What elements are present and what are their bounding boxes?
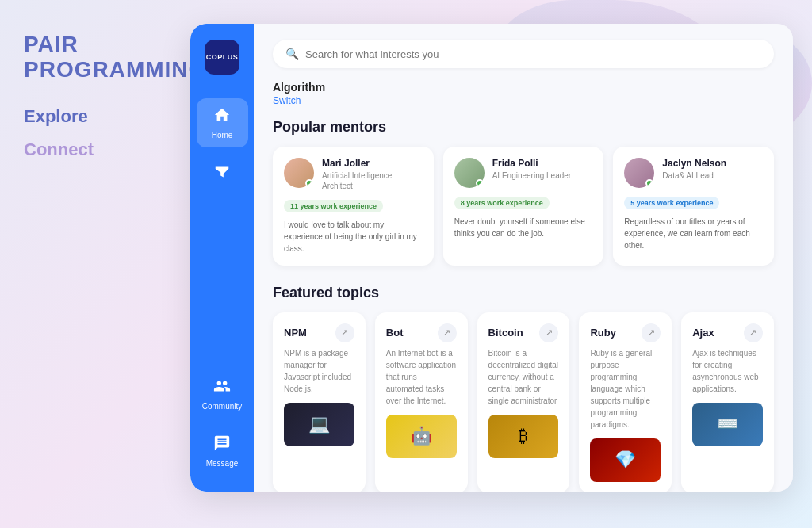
online-indicator-1: [476, 179, 484, 187]
mentor-quote-1: Never doubt yourself if someone else thi…: [454, 216, 593, 239]
mentor-info-1: Frida Polli AI Engineering Leader: [492, 158, 593, 181]
sidebar-home-label: Home: [212, 131, 233, 140]
sidebar-item-message[interactable]: Message: [197, 427, 248, 476]
sidebar-community-label: Community: [202, 402, 243, 411]
topic-image-ruby: 💎: [590, 438, 661, 482]
sidebar-item-community[interactable]: Community: [197, 369, 248, 419]
nav-explore[interactable]: Explore: [24, 106, 167, 127]
topic-name-ajax: Ajax: [692, 327, 714, 339]
mentor-card-1[interactable]: Frida Polli AI Engineering Leader 8 year…: [443, 147, 604, 266]
mentor-role-2: Data& AI Lead: [662, 170, 763, 181]
topics-row: NPM ↗ NPM is a package manager for Javas…: [273, 312, 774, 492]
mentor-name-1: Frida Polli: [492, 158, 593, 170]
filter-icon: [213, 163, 231, 185]
topic-name-bot: Bot: [386, 327, 404, 339]
app-window: COPLUS Home Commu: [190, 24, 793, 492]
topic-header-ruby: Ruby ↗: [590, 323, 661, 342]
topic-icon-ajax: ↗: [744, 323, 763, 342]
topic-card-bot[interactable]: Bot ↗ An Internet bot is a software appl…: [375, 312, 468, 492]
experience-badge-2: 5 years work experience: [624, 197, 719, 209]
search-input[interactable]: [305, 48, 761, 60]
sidebar-message-label: Message: [206, 459, 239, 468]
topic-image-bot: 🤖: [386, 415, 457, 458]
mentor-card-0[interactable]: Mari Joller Artificial Intelligence Arch…: [273, 147, 434, 266]
page-layout: PAIR PROGRAMMING Explore Connect COPLUS …: [0, 0, 812, 528]
mentor-avatar-1: [454, 158, 485, 188]
topic-image-ajax: ⌨️: [692, 403, 763, 446]
topic-desc-ajax: Ajax is techniques for creating asynchro…: [692, 347, 763, 395]
mentor-avatar-0: [284, 158, 314, 188]
main-area: COPLUS Home Commu: [190, 0, 812, 528]
topic-card-ruby[interactable]: Ruby ↗ Ruby is a general-purpose program…: [579, 312, 672, 492]
community-icon: [213, 377, 231, 399]
mentor-role-1: AI Engineering Leader: [492, 170, 593, 181]
topic-desc-ruby: Ruby is a general-purpose programming la…: [590, 347, 661, 430]
mentor-role-0: Artificial Intelligence Architect: [322, 170, 423, 191]
search-icon: 🔍: [285, 48, 299, 60]
message-icon: [213, 434, 231, 456]
topic-desc-bitcoin: Bitcoin is a decentralized digital curre…: [488, 347, 559, 407]
experience-badge-1: 8 years work experience: [454, 197, 550, 209]
online-indicator-0: [305, 179, 313, 187]
mentor-info-0: Mari Joller Artificial Intelligence Arch…: [322, 158, 423, 191]
algorithm-switch[interactable]: Switch: [273, 95, 774, 106]
mentor-name-0: Mari Joller: [322, 158, 423, 170]
topic-header-npm: NPM ↗: [284, 323, 354, 342]
topic-icon-npm: ↗: [335, 323, 354, 342]
topic-card-ajax[interactable]: Ajax ↗ Ajax is techniques for creating a…: [681, 312, 774, 492]
mentor-quote-0: I would love to talk about my experience…: [284, 219, 423, 254]
topic-name-ruby: Ruby: [590, 327, 616, 339]
topic-header-bitcoin: Bitcoin ↗: [488, 323, 559, 342]
sidebar-item-home[interactable]: Home: [197, 98, 248, 147]
topics-title: Featured topics: [273, 285, 774, 301]
content-area: 🔍 Algorithm Switch Popular mentors: [254, 24, 793, 492]
home-icon: [213, 106, 231, 128]
algorithm-label: Algorithm: [273, 81, 774, 94]
nav-links: Explore Connect: [24, 106, 167, 160]
sidebar-logo: COPLUS: [205, 40, 239, 75]
mentor-info-2: Jaclyn Nelson Data& AI Lead: [662, 158, 763, 181]
topic-image-npm: 💻: [284, 403, 354, 446]
page-title: PAIR PROGRAMMING: [24, 32, 167, 82]
app-sidebar: COPLUS Home Commu: [190, 24, 254, 492]
topic-name-npm: NPM: [284, 327, 307, 339]
topic-icon-bot: ↗: [438, 323, 457, 342]
topic-icon-ruby: ↗: [642, 323, 661, 342]
left-panel: PAIR PROGRAMMING Explore Connect: [0, 0, 190, 528]
topic-card-npm[interactable]: NPM ↗ NPM is a package manager for Javas…: [273, 312, 366, 492]
mentor-header-1: Frida Polli AI Engineering Leader: [454, 158, 593, 188]
topic-desc-npm: NPM is a package manager for Javascript …: [284, 347, 354, 395]
mentor-header-2: Jaclyn Nelson Data& AI Lead: [624, 158, 763, 188]
topic-header-ajax: Ajax ↗: [692, 323, 763, 342]
topic-card-bitcoin[interactable]: Bitcoin ↗ Bitcoin is a decentralized dig…: [477, 312, 570, 492]
algorithm-section: Algorithm Switch: [273, 81, 774, 106]
nav-connect[interactable]: Connect: [24, 140, 167, 160]
topic-icon-bitcoin: ↗: [539, 323, 558, 342]
online-indicator-2: [645, 179, 653, 187]
experience-badge-0: 11 years work experience: [284, 200, 383, 212]
mentors-row: Mari Joller Artificial Intelligence Arch…: [273, 147, 774, 266]
mentor-card-2[interactable]: Jaclyn Nelson Data& AI Lead 5 years work…: [613, 147, 774, 266]
mentor-avatar-2: [624, 158, 654, 188]
mentor-quote-2: Regardless of our titles or years of exp…: [624, 216, 763, 251]
search-bar[interactable]: 🔍: [273, 40, 774, 68]
topic-desc-bot: An Internet bot is a software applicatio…: [386, 347, 457, 407]
topic-name-bitcoin: Bitcoin: [488, 327, 523, 339]
mentor-name-2: Jaclyn Nelson: [662, 158, 763, 170]
mentor-header-0: Mari Joller Artificial Intelligence Arch…: [284, 158, 423, 191]
topic-header-bot: Bot ↗: [386, 323, 457, 342]
mentors-title: Popular mentors: [273, 119, 774, 136]
topic-image-bitcoin: ₿: [488, 415, 559, 458]
sidebar-item-filter[interactable]: [197, 155, 248, 193]
